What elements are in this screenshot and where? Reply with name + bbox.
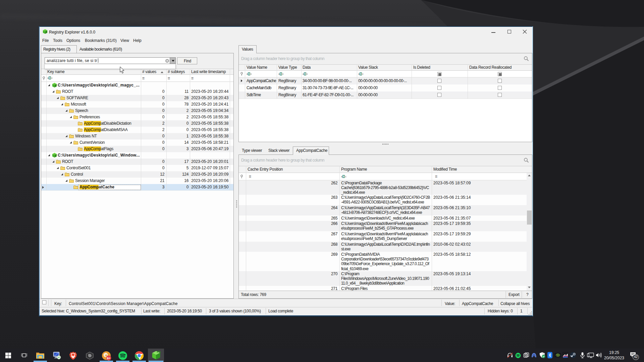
svg-text:9+: 9+ (107, 356, 111, 360)
